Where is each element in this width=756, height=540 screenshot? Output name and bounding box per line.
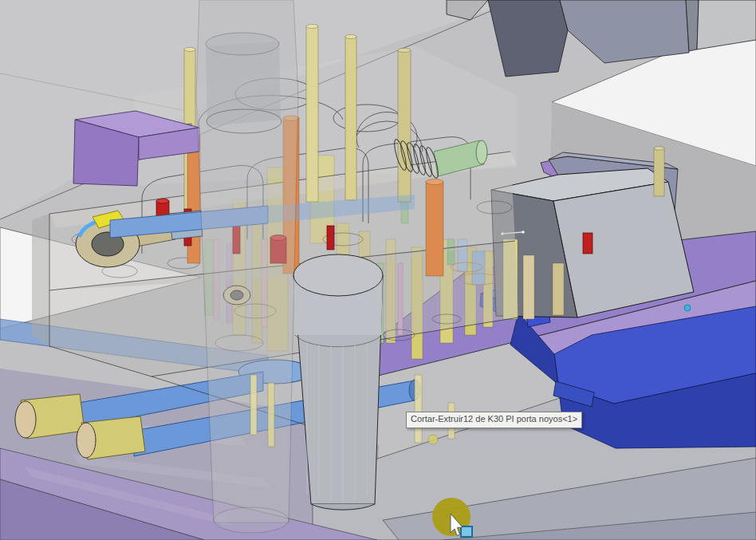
translucent-column[interactable] [196, 0, 298, 533]
teal-dot [684, 305, 691, 311]
center-gray-cylinder[interactable] [293, 254, 383, 510]
cad-viewport[interactable]: Cortar-Extruir12 de K30 PI porta noyos<1… [0, 0, 756, 540]
tooltip: Cortar-Extruir12 de K30 PI porta noyos<1… [406, 412, 582, 428]
